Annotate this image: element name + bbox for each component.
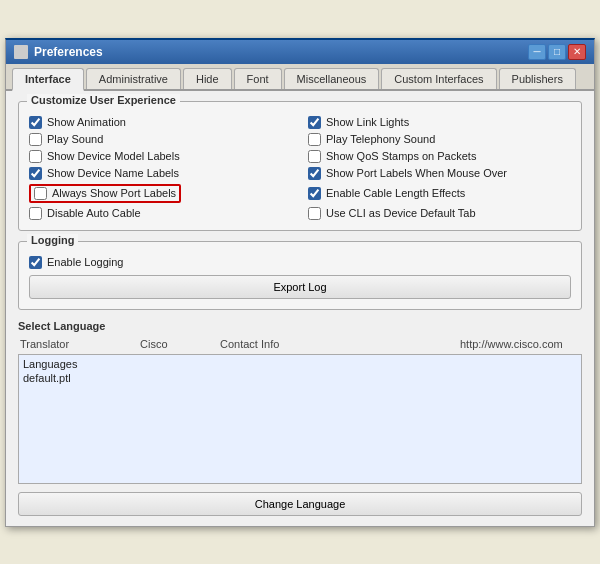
show-port-labels-mouse-checkbox[interactable] xyxy=(308,167,321,180)
language-table-header: Translator Cisco Contact Info http://www… xyxy=(18,338,582,350)
language-section: Select Language Translator Cisco Contact… xyxy=(18,320,582,516)
show-qos-checkbox[interactable] xyxy=(308,150,321,163)
checkbox-play-telephony: Play Telephony Sound xyxy=(308,133,571,146)
show-animation-checkbox[interactable] xyxy=(29,116,42,129)
show-link-lights-label: Show Link Lights xyxy=(326,116,409,128)
checkbox-show-port-labels-mouse: Show Port Labels When Mouse Over xyxy=(308,167,571,180)
enable-logging-checkbox[interactable] xyxy=(29,256,42,269)
tab-content: Customize User Experience Show Animation… xyxy=(6,91,594,526)
list-item[interactable]: Languages xyxy=(21,357,579,371)
play-telephony-label: Play Telephony Sound xyxy=(326,133,435,145)
checkbox-show-device-model: Show Device Model Labels xyxy=(29,150,292,163)
col-contact: Contact Info xyxy=(220,338,460,350)
enable-logging-row: Enable Logging xyxy=(29,256,571,269)
title-bar-left: Preferences xyxy=(14,45,103,59)
tab-publishers[interactable]: Publishers xyxy=(499,68,576,89)
enable-cable-length-label: Enable Cable Length Effects xyxy=(326,187,465,199)
checkbox-show-animation: Show Animation xyxy=(29,116,292,129)
customize-group: Customize User Experience Show Animation… xyxy=(18,101,582,231)
window-controls: ─ □ ✕ xyxy=(528,44,586,60)
change-language-button[interactable]: Change Language xyxy=(18,492,582,516)
show-device-model-label: Show Device Model Labels xyxy=(47,150,180,162)
checkbox-play-sound: Play Sound xyxy=(29,133,292,146)
show-device-name-checkbox[interactable] xyxy=(29,167,42,180)
minimize-button[interactable]: ─ xyxy=(528,44,546,60)
export-log-button[interactable]: Export Log xyxy=(29,275,571,299)
app-icon xyxy=(14,45,28,59)
logging-group: Logging Enable Logging Export Log xyxy=(18,241,582,310)
col-translator: Translator xyxy=(20,338,140,350)
checkbox-always-show-port: Always Show Port Labels xyxy=(29,184,292,203)
play-sound-label: Play Sound xyxy=(47,133,103,145)
title-bar: Preferences ─ □ ✕ xyxy=(6,40,594,64)
checkbox-use-cli: Use CLI as Device Default Tab xyxy=(308,207,571,220)
tab-custom-interfaces[interactable]: Custom Interfaces xyxy=(381,68,496,89)
tab-interface[interactable]: Interface xyxy=(12,68,84,91)
show-device-model-checkbox[interactable] xyxy=(29,150,42,163)
checkbox-enable-cable-length: Enable Cable Length Effects xyxy=(308,184,571,203)
disable-auto-cable-label: Disable Auto Cable xyxy=(47,207,141,219)
play-telephony-checkbox[interactable] xyxy=(308,133,321,146)
preferences-window: Preferences ─ □ ✕ Interface Administrati… xyxy=(5,38,595,527)
maximize-button[interactable]: □ xyxy=(548,44,566,60)
customize-group-label: Customize User Experience xyxy=(27,94,180,106)
checkbox-show-link-lights: Show Link Lights xyxy=(308,116,571,129)
tab-bar: Interface Administrative Hide Font Misce… xyxy=(6,64,594,91)
tab-hide[interactable]: Hide xyxy=(183,68,232,89)
always-show-port-checkbox[interactable] xyxy=(34,187,47,200)
enable-logging-label: Enable Logging xyxy=(47,256,123,268)
close-button[interactable]: ✕ xyxy=(568,44,586,60)
list-item[interactable]: default.ptl xyxy=(21,371,579,385)
window-title: Preferences xyxy=(34,45,103,59)
tab-font[interactable]: Font xyxy=(234,68,282,89)
checkbox-disable-auto-cable: Disable Auto Cable xyxy=(29,207,292,220)
language-list[interactable]: Languages default.ptl xyxy=(18,354,582,484)
enable-cable-length-checkbox[interactable] xyxy=(308,187,321,200)
always-show-port-label: Always Show Port Labels xyxy=(52,187,176,199)
use-cli-checkbox[interactable] xyxy=(308,207,321,220)
checkbox-show-device-name: Show Device Name Labels xyxy=(29,167,292,180)
show-link-lights-checkbox[interactable] xyxy=(308,116,321,129)
col-cisco: Cisco xyxy=(140,338,220,350)
col-url: http://www.cisco.com xyxy=(460,338,580,350)
show-qos-label: Show QoS Stamps on Packets xyxy=(326,150,476,162)
play-sound-checkbox[interactable] xyxy=(29,133,42,146)
show-port-labels-mouse-label: Show Port Labels When Mouse Over xyxy=(326,167,507,179)
checkboxes-grid: Show Animation Show Link Lights Play Sou… xyxy=(29,116,571,220)
tab-administrative[interactable]: Administrative xyxy=(86,68,181,89)
show-animation-label: Show Animation xyxy=(47,116,126,128)
language-section-title: Select Language xyxy=(18,320,582,332)
always-show-port-highlight: Always Show Port Labels xyxy=(29,184,181,203)
use-cli-label: Use CLI as Device Default Tab xyxy=(326,207,476,219)
show-device-name-label: Show Device Name Labels xyxy=(47,167,179,179)
tab-miscellaneous[interactable]: Miscellaneous xyxy=(284,68,380,89)
checkbox-show-qos: Show QoS Stamps on Packets xyxy=(308,150,571,163)
logging-group-label: Logging xyxy=(27,234,78,246)
disable-auto-cable-checkbox[interactable] xyxy=(29,207,42,220)
